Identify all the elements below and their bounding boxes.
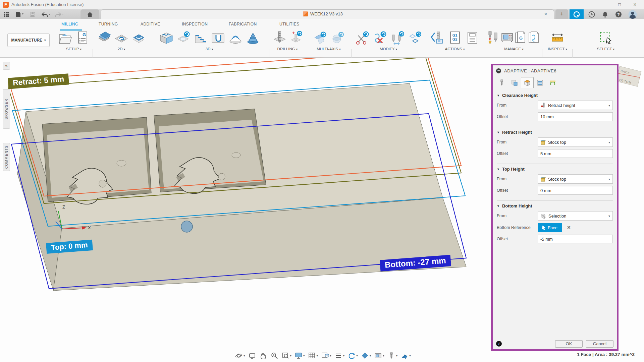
- zoom-button[interactable]: [269, 351, 279, 360]
- tab-utilities[interactable]: UTILITIES: [279, 22, 300, 30]
- group-label-3d[interactable]: 3D ▾: [152, 47, 267, 51]
- tab-fabrication[interactable]: FABRICATION: [229, 22, 257, 30]
- generate-gcode-icon[interactable]: G1G2: [447, 29, 463, 46]
- grid-settings-button[interactable]: ▾: [307, 351, 319, 360]
- simulate-machine-button[interactable]: ▾: [373, 351, 385, 360]
- select-icon[interactable]: [598, 29, 614, 46]
- comments-panel-tab[interactable]: COMMENTS: [3, 143, 10, 171]
- tab-tool[interactable]: [495, 77, 508, 88]
- document-tab[interactable]: WEEK12 V3 v13 ×: [101, 9, 554, 19]
- cancel-button[interactable]: Cancel: [586, 340, 613, 348]
- viewports-button[interactable]: ▾: [320, 351, 332, 360]
- data-panel-toggle-icon[interactable]: [2, 10, 11, 18]
- show-stock-button[interactable]: ▾: [360, 351, 372, 360]
- tab-linking[interactable]: [546, 77, 559, 88]
- new-tab-button[interactable]: +: [555, 9, 568, 19]
- drill-icon[interactable]: [272, 29, 288, 46]
- orbit-button[interactable]: ▾: [234, 351, 246, 360]
- file-menu-button[interactable]: [14, 10, 25, 18]
- document-tab-close-icon[interactable]: ×: [542, 11, 549, 17]
- pan-button[interactable]: [258, 351, 268, 360]
- tab-geometry[interactable]: [508, 77, 521, 88]
- dialog-collapse-icon[interactable]: –: [496, 68, 501, 73]
- group-label-2d[interactable]: 2D ▾: [95, 47, 148, 51]
- info-icon[interactable]: i: [496, 341, 502, 347]
- swarf-extension-icon[interactable]: [312, 29, 328, 46]
- home-button[interactable]: [80, 9, 99, 19]
- group-label-drilling[interactable]: DRILLING ▾: [270, 47, 305, 51]
- dialog-header[interactable]: – ADAPTIVE : ADAPTIVE6: [493, 65, 617, 76]
- group-label-actions[interactable]: ACTIONS ▾: [427, 47, 483, 51]
- clear-selection-icon[interactable]: ×: [567, 224, 571, 231]
- group-label-select[interactable]: SELECT ▾: [576, 47, 636, 51]
- trim-extension-icon[interactable]: [354, 29, 370, 46]
- window-close-button[interactable]: ×: [627, 0, 643, 9]
- face-2d-icon[interactable]: [96, 29, 112, 46]
- top-offset-input[interactable]: [538, 186, 613, 195]
- tab-heights[interactable]: [521, 77, 534, 88]
- scallop-icon[interactable]: [227, 29, 244, 46]
- save-button[interactable]: [28, 10, 37, 18]
- tab-passes[interactable]: [534, 77, 546, 88]
- section-header-top[interactable]: ▼Top Height: [497, 167, 613, 172]
- show-passes-button[interactable]: ▾: [333, 351, 346, 360]
- extensions-button[interactable]: [570, 9, 584, 19]
- steep-and-shallow-icon[interactable]: [193, 29, 209, 46]
- tool-library-icon[interactable]: [487, 29, 500, 46]
- post-process-icon[interactable]: [429, 29, 445, 46]
- top-from-select[interactable]: Stock top ▾: [538, 174, 613, 184]
- display-settings-button[interactable]: ▾: [293, 351, 306, 360]
- setup-sheet-icon[interactable]: [464, 29, 480, 46]
- regenerate-button[interactable]: ▾: [346, 351, 359, 360]
- drill-extension-icon[interactable]: +: [289, 29, 303, 46]
- window-minimize-button[interactable]: —: [596, 0, 612, 9]
- show-tool-button[interactable]: ▾: [386, 351, 399, 360]
- bottom-from-select[interactable]: Selection ▾: [538, 211, 613, 221]
- adaptive-clearing-icon[interactable]: [158, 29, 174, 46]
- clearance-from-select[interactable]: Retract height ▾: [538, 101, 613, 110]
- group-label-manage[interactable]: MANAGE ▾: [487, 47, 541, 51]
- group-label-modify[interactable]: MODIFY ▾: [353, 47, 424, 51]
- zoom-window-button[interactable]: ▾: [280, 351, 293, 360]
- bottom-reference-face-button[interactable]: Face: [538, 223, 562, 232]
- undo-button[interactable]: [40, 10, 52, 18]
- group-label-setup[interactable]: SETUP ▾: [56, 47, 91, 51]
- retract-offset-input[interactable]: [538, 149, 613, 158]
- section-header-clearance[interactable]: ▼Clearance Height: [497, 93, 613, 98]
- browser-panel-tab[interactable]: BROWSER: [3, 89, 10, 129]
- bottom-offset-input[interactable]: [538, 235, 613, 243]
- optimize-extension-icon[interactable]: [407, 29, 423, 46]
- job-status-button[interactable]: [585, 9, 598, 19]
- look-at-button[interactable]: [247, 351, 257, 360]
- generate-ncprogram-icon[interactable]: G: [74, 29, 91, 46]
- contour-2d-icon[interactable]: [131, 29, 147, 46]
- tab-inspection[interactable]: INSPECTION: [182, 22, 208, 30]
- redo-button[interactable]: [53, 10, 65, 18]
- height-drag-handle[interactable]: [181, 221, 193, 232]
- show-cutter-button[interactable]: ▾: [399, 351, 412, 360]
- machine-library-icon[interactable]: [501, 29, 514, 46]
- tab-additive[interactable]: ADDITIVE: [141, 22, 160, 30]
- workspace-switcher[interactable]: MANUFACTURE▾: [7, 34, 50, 47]
- help-button[interactable]: ?: [612, 9, 625, 19]
- template-library-icon[interactable]: [528, 29, 541, 46]
- group-label-inspect[interactable]: INSPECT ▾: [544, 47, 571, 51]
- ok-button[interactable]: OK: [555, 340, 583, 348]
- measure-icon[interactable]: [549, 29, 566, 46]
- tab-milling[interactable]: MILLING: [61, 22, 78, 30]
- expand-panel-button[interactable]: »: [3, 62, 10, 70]
- delete-passes-extension-icon[interactable]: [372, 29, 388, 46]
- notifications-bell-icon[interactable]: [598, 9, 612, 19]
- pocket-clearing-extension-icon[interactable]: [175, 29, 191, 46]
- window-maximize-button[interactable]: □: [612, 0, 627, 9]
- post-library-icon[interactable]: G: [514, 29, 527, 46]
- group-label-multiaxis[interactable]: MULTI-AXIS ▾: [307, 47, 350, 51]
- pocket-3d-icon[interactable]: [210, 29, 226, 46]
- view-cube[interactable]: BACK OTTOM: [616, 66, 643, 90]
- tab-turning[interactable]: TURNING: [99, 22, 118, 30]
- section-header-bottom[interactable]: ▼Bottom Height: [497, 203, 613, 208]
- clearance-offset-input[interactable]: [538, 112, 613, 121]
- new-setup-icon[interactable]: [57, 29, 73, 46]
- spiral-icon[interactable]: [245, 29, 261, 46]
- retract-from-select[interactable]: Stock top ▾: [538, 137, 613, 147]
